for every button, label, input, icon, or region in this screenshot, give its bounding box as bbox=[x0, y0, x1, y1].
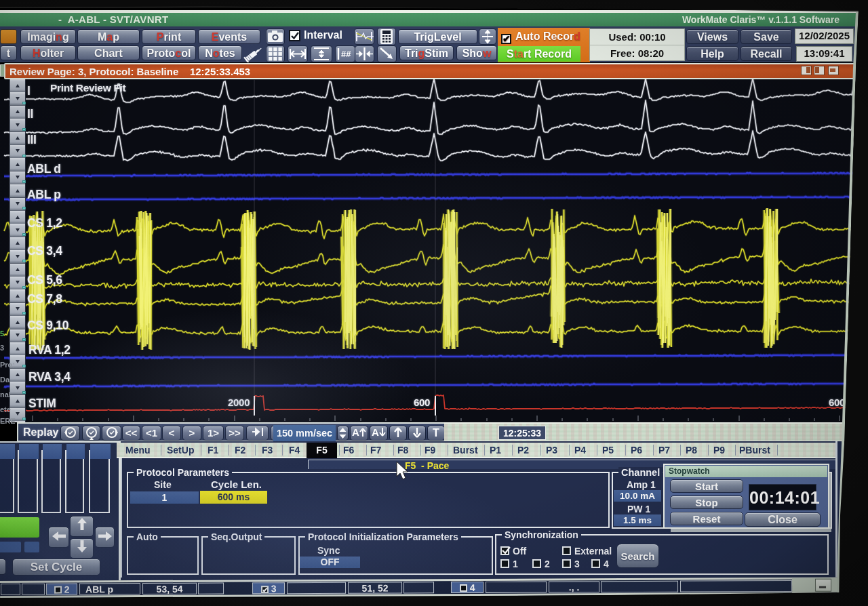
svg-text:A: A bbox=[352, 426, 359, 438]
svg-text:A: A bbox=[372, 426, 379, 438]
svg-text:##: ## bbox=[341, 49, 351, 59]
